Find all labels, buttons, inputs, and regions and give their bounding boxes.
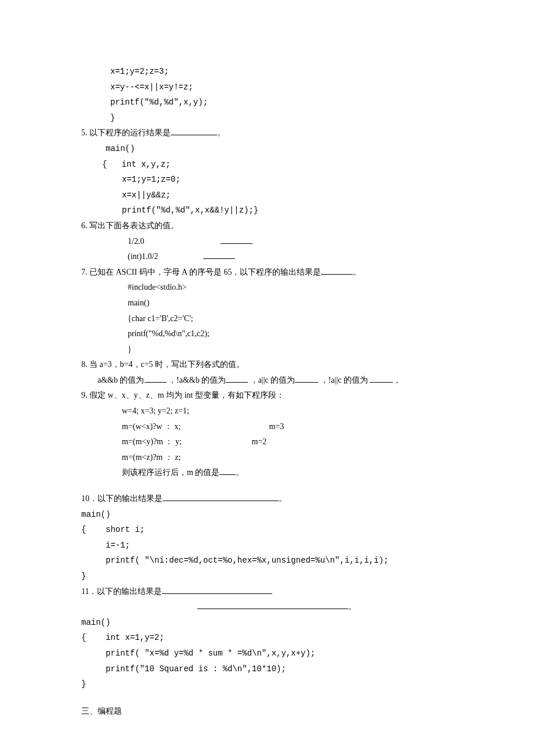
text: 7. 已知在 ASCII 码中，字母 A 的序号是 65，以下程序的输出结果是 xyxy=(81,268,321,276)
code-line: m=(w<x)?w ： x; m=3 xyxy=(81,419,453,435)
code-line: main() xyxy=(81,141,453,157)
text: ，!a||c 的值为 xyxy=(320,376,370,384)
q6-line1: 1/2.0 xyxy=(81,234,453,250)
q9-prompt: 9. 假定 w、x、y、z、m 均为 int 型变量，有如下程序段： xyxy=(81,388,453,404)
blank xyxy=(226,374,248,383)
code-line: m=(m<y)?m ： y; m=2 xyxy=(81,434,453,450)
q5-prompt: 5. 以下程序的运行结果是。 xyxy=(81,125,453,141)
text: 11．以下的输出结果是 xyxy=(81,587,162,596)
q9-last: 则该程序运行后，m 的值是。 xyxy=(81,465,453,481)
code-line: {char c1='B',c2='C'; xyxy=(81,311,453,327)
code-line: } xyxy=(81,342,453,358)
code-line: main() xyxy=(81,615,453,631)
blank xyxy=(145,374,167,383)
text: a&&b 的值为 xyxy=(98,376,145,384)
code-line: printf("10 Squared is : %d\n",10*10); xyxy=(81,661,453,677)
code-line: printf( "\ni:dec=%d,oct=%o,hex=%x,unsign… xyxy=(81,553,453,568)
spacer xyxy=(81,481,453,491)
q10-prompt: 10．以下的输出结果是。 xyxy=(81,491,453,507)
code-line: { short i; xyxy=(81,522,453,538)
blank xyxy=(197,600,348,609)
text: 。 xyxy=(217,128,225,137)
code-line: printf( "x=%d y=%d * sum * =%d\n",x,y,x+… xyxy=(81,646,453,661)
text: ，a||c 的值为 xyxy=(250,376,295,384)
code-line: #include<stdio.h> xyxy=(81,280,453,296)
q6-prompt: 6. 写出下面各表达式的值。 xyxy=(81,218,453,234)
code-line: printf("%d,%d\n",c1,c2); xyxy=(81,326,453,342)
text: 10．以下的输出结果是 xyxy=(81,494,163,503)
q6-line2: (int)1.0/2 xyxy=(81,249,453,265)
code-line: } xyxy=(81,568,453,584)
blank xyxy=(321,266,353,275)
code-line: main() xyxy=(81,296,453,311)
blank xyxy=(203,250,235,259)
code-line: { int x=1,y=2; xyxy=(81,630,453,646)
q8-prompt: 8. 当 a=3，b=4，c=5 时，写出下列各式的值。 xyxy=(81,357,453,373)
text: m=2 xyxy=(252,437,267,446)
blank xyxy=(295,374,318,383)
code-line: x=1;y=1;z=0; xyxy=(81,172,453,188)
code-line: printf("%d,%d",x,x&&!y||z);} xyxy=(81,203,453,218)
code-line: m=(m<z)?m ： z; xyxy=(81,450,453,466)
text: 。 xyxy=(279,494,287,503)
q7-prompt: 7. 已知在 ASCII 码中，字母 A 的序号是 65，以下程序的输出结果是。 xyxy=(81,265,453,280)
text: 。 xyxy=(353,268,361,276)
blank xyxy=(162,585,272,594)
blank xyxy=(171,127,217,135)
blank xyxy=(219,466,236,475)
code-line: w=4; x=3; y=2; z=1; xyxy=(81,404,453,419)
code-line: main() xyxy=(81,507,453,523)
text: 。 xyxy=(236,468,244,477)
text: 5. 以下程序的运行结果是 xyxy=(81,128,171,137)
code-line: i=-1; xyxy=(81,538,453,553)
text: 1/2.0 xyxy=(128,234,221,250)
code-line: x=x||y&&z; xyxy=(81,188,453,203)
code-line: printf("%d,%d",x,y); xyxy=(81,95,453,110)
page: x=1;y=2;z=3; x=y--<=x||x=y!=z; printf("%… xyxy=(0,0,534,756)
text: (int)1.0/2 xyxy=(128,249,203,265)
text: 则该程序运行后，m 的值是 xyxy=(122,468,219,477)
text: m=(m<y)?m ： y; xyxy=(122,434,250,450)
q8-sub: a&&b 的值为 ，!a&&b 的值为 ，a||c 的值为 ，!a||c 的值为… xyxy=(81,373,453,388)
text: ，!a&&b 的值为 xyxy=(168,376,226,384)
text: 。 xyxy=(395,376,403,384)
code-line: } xyxy=(81,110,453,126)
code-line: x=y--<=x||x=y!=z; xyxy=(81,80,453,95)
code-line: { int x,y,z; xyxy=(81,157,453,172)
text: m=3 xyxy=(269,422,284,431)
spacer xyxy=(81,692,453,704)
blank xyxy=(163,492,279,501)
code-line: } xyxy=(81,676,453,692)
q11-blank2: 。 xyxy=(81,599,453,615)
text: m=(w<x)?w ： x; xyxy=(122,419,267,435)
text: 。 xyxy=(348,602,356,611)
blank xyxy=(221,235,252,244)
q11-prompt: 11．以下的输出结果是 xyxy=(81,584,453,600)
code-line: x=1;y=2;z=3; xyxy=(81,64,453,80)
blank xyxy=(370,374,393,383)
section-3-heading: 三、编程题 xyxy=(81,704,453,719)
